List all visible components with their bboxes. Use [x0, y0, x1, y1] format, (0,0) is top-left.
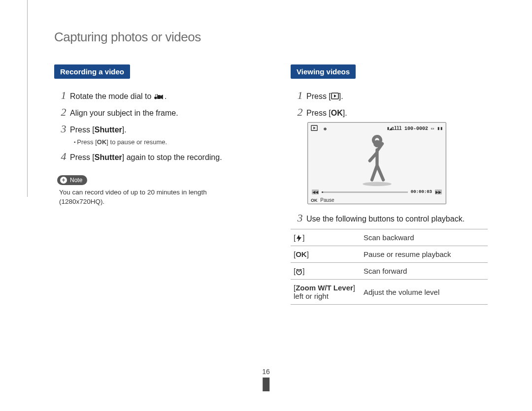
plus-icon: +: [60, 177, 67, 184]
step-number: 2: [294, 106, 306, 118]
playback-icon: [331, 92, 339, 98]
screen-pause-hint: OK Pause: [311, 197, 334, 203]
left-column: Recording a video 1 Rotate the mode dial…: [54, 64, 251, 305]
ok-label: OK: [311, 198, 318, 203]
shutter-label: Shutter: [95, 153, 122, 161]
svg-point-10: [373, 140, 381, 148]
svg-rect-1: [157, 95, 161, 99]
table-desc: Adjust the volume level: [361, 280, 488, 305]
step-text: Press [OK].: [306, 106, 347, 119]
step-number: 1: [294, 90, 306, 101]
page-number-bar: [263, 378, 269, 391]
timer-icon: [296, 268, 302, 275]
note-badge: + Note: [57, 175, 87, 185]
zoom-lever-label: Zoom W/T Lever: [296, 284, 353, 292]
page-number-text: 16: [262, 368, 270, 376]
sub-bullet: Press [OK] to pause or resume.: [74, 138, 251, 147]
table-key: []: [291, 263, 361, 280]
table-row: [] Scan forward: [291, 263, 488, 280]
right-column: Viewing videos 1 Press []. 2 Press [OK].: [291, 64, 488, 305]
step-row: 2 Press [OK].: [294, 106, 488, 119]
svg-point-9: [363, 182, 392, 186]
progress-bar: [322, 191, 408, 193]
step-number: 2: [57, 106, 70, 118]
step-text-part: ].: [122, 126, 127, 134]
table-desc: Scan backward: [361, 229, 488, 246]
screen-top-bar: ✽ ▮◢ılll 100-0002 ▭ ▮▮: [311, 125, 443, 132]
step-text-part: Press [: [70, 153, 95, 161]
section-badge-viewing: Viewing videos: [291, 64, 356, 79]
step-number: 4: [57, 151, 70, 162]
content-columns: Recording a video 1 Rotate the mode dial…: [54, 64, 488, 305]
ok-label: OK: [296, 250, 307, 258]
ok-label: OK: [97, 138, 107, 146]
step-text-part: Press [: [306, 109, 331, 117]
forward-icon: ▶▶: [435, 190, 442, 194]
screen-figure: [308, 134, 446, 186]
zoom-lever-line2: left or right: [294, 292, 329, 300]
card-icon: ▭: [431, 126, 434, 131]
step-row: 2 Align your subject in the frame.: [57, 106, 251, 119]
section-badge-recording: Recording a video: [54, 64, 130, 79]
counter-text: 100-0002: [404, 126, 428, 131]
playback-icon: [311, 125, 318, 131]
svg-point-0: [154, 96, 157, 99]
step-number: 3: [57, 123, 70, 135]
step-text-part: Rotate the mode dial to: [70, 92, 154, 100]
pause-label: Pause: [320, 197, 334, 203]
shutter-label: Shutter: [95, 126, 122, 134]
step-text: Align your subject in the frame.: [70, 106, 178, 119]
sub-bullet-part: ] to pause or resume.: [106, 138, 167, 146]
svg-marker-8: [313, 126, 315, 129]
step-number: 1: [57, 90, 70, 101]
screen-top-right: ▮◢ılll 100-0002 ▭ ▮▮: [387, 126, 443, 131]
video-playback-screenshot: ✽ ▮◢ılll 100-0002 ▭ ▮▮: [307, 122, 446, 204]
svg-point-4: [157, 95, 158, 95]
table-row: [] Scan backward: [291, 229, 488, 246]
svg-marker-6: [334, 95, 336, 97]
step-row: 3 Press [Shutter].: [57, 123, 251, 136]
svg-point-3: [155, 95, 156, 95]
ok-label: OK: [331, 109, 343, 117]
step-text: Press [Shutter] again to stop the record…: [70, 151, 222, 163]
screen-bottom-bar: ◀◀ 00:00:03 ▶▶: [308, 189, 446, 195]
step-text: Press [Shutter].: [70, 123, 127, 136]
table-key: []: [291, 229, 361, 246]
manual-page: Capturing photos or videos Recording a v…: [0, 0, 532, 411]
movie-indicator-icon: ✽: [324, 126, 327, 132]
flash-icon: [296, 235, 302, 242]
timecode: 00:00:03: [411, 190, 432, 194]
step-row: 1 Rotate the mode dial to .: [57, 90, 251, 102]
table-desc: Scan forward: [361, 263, 488, 280]
playback-controls-table: [] Scan backward [OK] Pause or resume pl…: [291, 229, 488, 305]
svg-marker-11: [297, 235, 301, 242]
screen-top-left: ✽: [311, 125, 327, 132]
step-row: 4 Press [Shutter] again to stop the reco…: [57, 151, 251, 163]
page-number: 16: [262, 368, 270, 391]
step-text-part: .: [165, 92, 166, 100]
step-row: 3 Use the following buttons to control p…: [294, 212, 488, 225]
step-text-part: Press [: [306, 92, 331, 100]
rewind-icon: ◀◀: [312, 190, 319, 194]
signal-icon: ▮◢ılll: [387, 126, 401, 131]
step-text-part: ].: [339, 92, 343, 100]
battery-icon: ▮▮: [437, 126, 443, 131]
step-row: 1 Press [].: [294, 90, 488, 102]
sub-bullet-part: Press [: [77, 138, 97, 146]
note-text: You can record video of up to 20 minutes…: [59, 188, 251, 207]
step-text-part: ] again to stop the recording.: [122, 153, 222, 161]
video-mode-icon: [154, 92, 165, 98]
table-row: [OK] Pause or resume playback: [291, 246, 488, 263]
table-row: [Zoom W/T Lever] left or right Adjust th…: [291, 280, 488, 305]
step-text-part: Press [: [70, 126, 95, 134]
table-key: [Zoom W/T Lever] left or right: [291, 280, 361, 305]
step-text: Press [].: [306, 90, 343, 102]
step-text: Use the following buttons to control pla…: [306, 212, 465, 225]
step-number: 3: [294, 212, 306, 224]
gutter-line: [27, 0, 28, 197]
table-desc: Pause or resume playback: [361, 246, 488, 263]
svg-marker-2: [161, 95, 163, 99]
page-title: Capturing photos or videos: [54, 30, 488, 45]
table-key: [OK]: [291, 246, 361, 263]
step-text-part: ].: [343, 109, 347, 117]
